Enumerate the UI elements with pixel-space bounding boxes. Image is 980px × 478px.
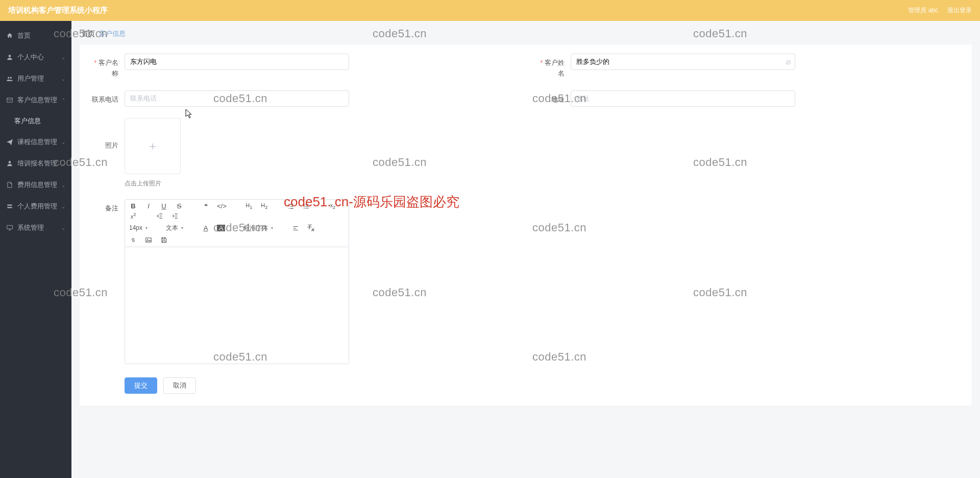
breadcrumb-home[interactable]: 首页 [82,30,95,37]
chevron-down-icon: ⌄ [61,225,65,231]
code-icon[interactable]: </> [217,203,227,209]
submit-button[interactable]: 提交 [125,377,157,394]
chevron-down-icon: ⌄ [61,139,65,145]
main-content: 首页 客户信息 客户名称 客户姓名 ⊘ 联系电话 [71,21,980,478]
indent-in-icon[interactable] [171,212,179,220]
upload-hint: 点击上传照片 [125,179,181,188]
admin-link[interactable]: 管理员 abc [908,6,938,15]
list-ol-icon[interactable] [287,203,295,210]
breadcrumb: 首页 客户信息 [71,21,980,44]
list-ul-icon[interactable] [302,203,310,210]
sidebar-item-personal-fee[interactable]: 个人费用管理 ⌄ [0,196,71,217]
image-icon[interactable] [144,236,153,244]
input-phone[interactable] [125,90,349,107]
chevron-down-icon: ⌄ [61,182,65,188]
text-type-select[interactable]: 文本▾ [166,224,183,232]
superscript-icon[interactable]: x2 [129,212,137,220]
sidebar-item-course-mgmt[interactable]: 课程信息管理 ⌄ [0,131,71,153]
svg-point-0 [304,204,305,205]
chevron-up-icon: ⌃ [61,98,65,103]
font-family-select[interactable]: 标准字体▾ [243,224,273,232]
input-customer-name[interactable] [125,54,349,70]
send-icon [6,138,13,146]
editor-area[interactable] [125,247,349,364]
app-header: 培训机构客户管理系统小程序 管理员 abc 退出登录 [0,0,980,21]
sidebar-item-fee-mgmt[interactable]: 费用信息管理 ⌄ [0,174,71,196]
editor-toolbar: B I U S ❝ </> H1 H2 [125,199,349,247]
sidebar-item-personal[interactable]: 个人中心 ⌄ [0,46,71,68]
sidebar-item-system-mgmt[interactable]: 系统管理 ⌄ [0,217,71,238]
chevron-down-icon: ⌄ [61,161,65,166]
label-remark: 备注 [90,199,118,214]
breadcrumb-current[interactable]: 客户信息 [99,30,126,37]
form-panel: 客户名称 客户姓名 ⊘ 联系电话 地址 [80,44,972,406]
sidebar-item-home[interactable]: 首页 [0,25,71,46]
label-customer-fullname: 客户姓名 [536,54,565,79]
h1-icon[interactable]: H1 [245,203,253,210]
link-icon[interactable] [129,236,137,244]
doc-icon [6,181,13,188]
envelope-icon [6,97,13,104]
label-address: 地址 [536,90,565,105]
sidebar-item-training-reg[interactable]: 培训报名管理 ⌄ [0,153,71,174]
sidebar-sub-customer-info[interactable]: 客户信息 [0,111,71,131]
input-address[interactable] [571,90,795,107]
plus-icon: ＋ [147,138,158,154]
chevron-down-icon: ⌄ [61,76,65,82]
logout-link[interactable]: 退出登录 [947,6,972,15]
chevron-down-icon: ⌄ [61,55,65,60]
chevron-down-icon: ⌄ [61,204,65,209]
sidebar-item-customer-mgmt[interactable]: 客户信息管理 ⌃ [0,89,71,111]
monitor-icon [6,224,13,231]
align-icon[interactable] [291,224,300,232]
label-phone: 联系电话 [90,90,118,105]
italic-icon[interactable]: I [144,203,153,209]
save-icon[interactable] [160,236,168,244]
h2-icon[interactable]: H2 [260,203,268,210]
clear-icon[interactable]: ⊘ [786,58,791,66]
sidebar-item-user-mgmt[interactable]: 用户管理 ⌄ [0,68,71,89]
user-icon [6,160,13,167]
home-icon [6,32,13,39]
strike-icon[interactable]: S [175,203,183,209]
indent-out-icon[interactable] [156,212,164,220]
bg-color-icon[interactable]: A [217,225,225,231]
header-right: 管理员 abc 退出登录 [908,6,972,15]
subscript-icon[interactable]: x2 [329,203,337,210]
users-icon [6,75,13,82]
font-size-select[interactable]: 14px▾ [129,224,148,231]
cancel-button[interactable]: 取消 [163,377,196,394]
upload-box[interactable]: ＋ [125,118,181,174]
input-customer-fullname[interactable] [571,54,795,70]
underline-icon[interactable]: U [160,203,168,209]
clear-format-icon[interactable]: Tx [307,224,315,232]
app-title: 培训机构客户管理系统小程序 [8,6,108,15]
money-icon [6,203,13,210]
bold-icon[interactable]: B [129,203,137,209]
quote-icon[interactable]: ❝ [202,203,210,209]
label-photo: 照片 [90,118,118,151]
rich-editor: B I U S ❝ </> H1 H2 [125,199,349,365]
svg-point-1 [304,206,305,207]
label-customer-name: 客户名称 [90,54,118,79]
font-color-icon[interactable]: A [202,225,210,231]
svg-point-2 [304,208,305,209]
sidebar: 首页 个人中心 ⌄ 用户管理 ⌄ 客户信息管理 ⌃ 客户信息 课程信息管理 ⌄ … [0,21,71,478]
user-icon [6,54,13,61]
